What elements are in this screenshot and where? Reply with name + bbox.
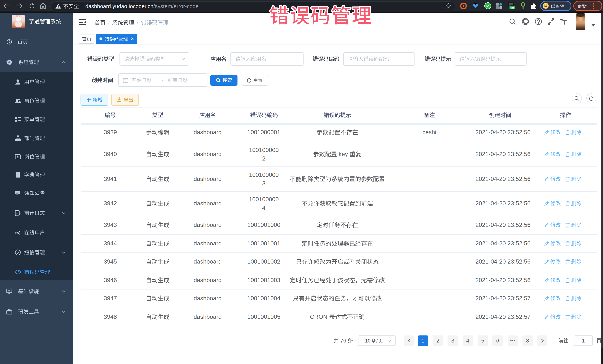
svg-text:on: on [510, 6, 514, 9]
